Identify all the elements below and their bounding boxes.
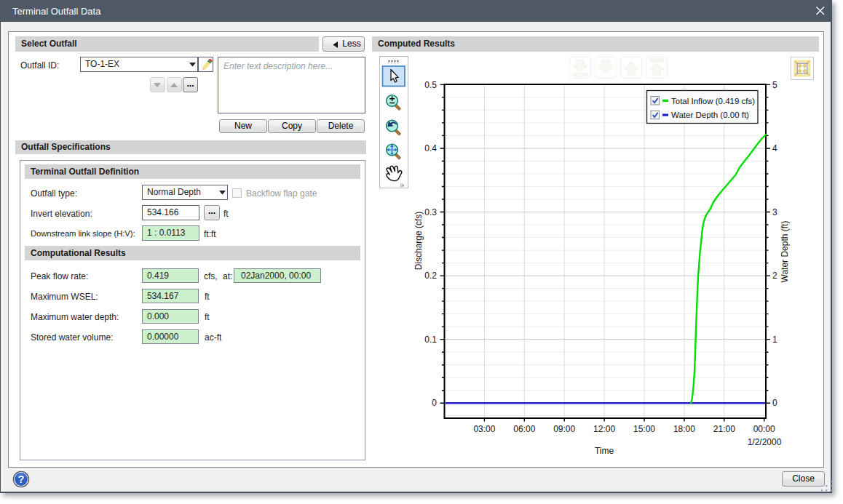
svg-text:Time: Time: [595, 446, 614, 456]
svg-text:15:00: 15:00: [633, 424, 655, 434]
svg-text:Water Depth (0.00 ft): Water Depth (0.00 ft): [671, 111, 749, 119]
svg-text:21:00: 21:00: [713, 424, 735, 434]
svg-text:09:00: 09:00: [553, 424, 575, 434]
svg-text:Water Depth (ft): Water Depth (ft): [780, 221, 790, 283]
svg-text:5: 5: [772, 80, 777, 90]
svg-text:0.3: 0.3: [424, 207, 437, 217]
svg-text:1: 1: [772, 335, 777, 345]
svg-text:06:00: 06:00: [513, 424, 535, 434]
svg-text:03:00: 03:00: [473, 424, 495, 434]
svg-text:Discharge (cfs): Discharge (cfs): [413, 212, 424, 271]
svg-text:0.4: 0.4: [424, 143, 437, 153]
svg-text:18:00: 18:00: [673, 424, 695, 434]
svg-text:00:00: 00:00: [753, 424, 775, 434]
svg-text:0.2: 0.2: [424, 271, 437, 281]
svg-text:Total Inflow (0.419 cfs): Total Inflow (0.419 cfs): [671, 97, 755, 105]
svg-text:12:00: 12:00: [593, 424, 615, 434]
svg-text:0.1: 0.1: [424, 335, 437, 345]
svg-text:3: 3: [772, 207, 777, 217]
svg-text:?: ?: [18, 473, 25, 485]
svg-text:0: 0: [432, 398, 437, 408]
svg-text:0.5: 0.5: [424, 80, 437, 90]
svg-text:0: 0: [772, 398, 777, 408]
svg-text:2: 2: [772, 271, 777, 281]
svg-text:4: 4: [772, 143, 777, 153]
svg-text:1/2/2000: 1/2/2000: [748, 437, 782, 447]
